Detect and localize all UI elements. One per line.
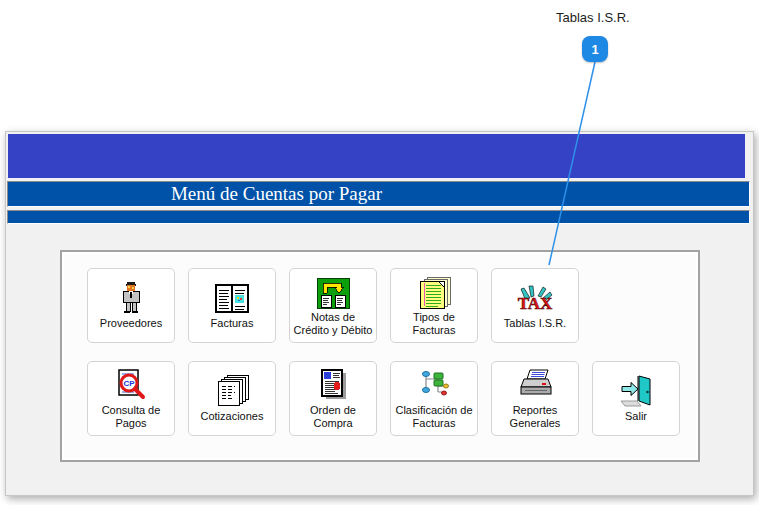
menu-button-clasificacion-facturas[interactable]: Clasificación de Facturas <box>390 361 478 436</box>
invoice-types-icon <box>416 274 452 309</box>
menu-button-consulta-pagos[interactable]: CP Consulta de Pagos <box>87 361 175 436</box>
menu-button-panel: Proveedores Facturas <box>60 250 700 462</box>
page-title: Menú de Cuentas por Pagar <box>8 182 545 206</box>
menu-button-label: Consulta de Pagos <box>90 404 172 430</box>
window-title-bar: Menú de Cuentas por Pagar <box>7 181 750 207</box>
payment-lookup-icon: CP <box>113 367 149 402</box>
reports-printer-icon <box>517 367 553 402</box>
purchase-order-icon <box>315 367 351 402</box>
invoice-classification-icon <box>416 367 452 402</box>
menu-button-proveedores[interactable]: Proveedores <box>87 268 175 343</box>
menu-button-label: Proveedores <box>100 317 162 330</box>
invoices-ledger-icon <box>214 280 250 315</box>
supplier-person-icon <box>113 280 149 315</box>
menu-button-notas-credito-debito[interactable]: Notas de Crédito y Débito <box>289 268 377 343</box>
tax-tables-icon: TAX <box>517 280 553 315</box>
annotation-label: Tablas I.S.R. <box>556 10 630 25</box>
menu-button-orden-compra[interactable]: Orden de Compra <box>289 361 377 436</box>
exit-door-icon <box>618 373 654 408</box>
svg-text:CP: CP <box>123 379 135 388</box>
menu-button-label: Tipos de Facturas <box>393 311 475 337</box>
menu-button-label: Salir <box>625 410 647 423</box>
menu-button-label: Reportes Generales <box>494 404 576 430</box>
menu-button-label: Facturas <box>211 317 254 330</box>
annotation-badge[interactable]: 1 <box>582 36 608 62</box>
quotations-icon <box>214 373 250 408</box>
menu-button-label: Clasificación de Facturas <box>393 404 475 430</box>
menu-button-tipos-facturas[interactable]: Tipos de Facturas <box>390 268 478 343</box>
menu-button-reportes-generales[interactable]: Reportes Generales <box>491 361 579 436</box>
menu-button-label: Notas de Crédito y Débito <box>292 311 374 337</box>
menu-button-tablas-isr[interactable]: TAX Tablas I.S.R. <box>491 268 579 343</box>
menu-button-facturas[interactable]: Facturas <box>188 268 276 343</box>
menu-button-label: Orden de Compra <box>292 404 374 430</box>
menu-button-label: Tablas I.S.R. <box>504 317 566 330</box>
accounts-payable-window: Menú de Cuentas por Pagar <box>5 131 754 496</box>
window-header-band <box>8 134 745 178</box>
credit-debit-notes-icon <box>316 274 350 309</box>
menu-button-salir[interactable]: Salir <box>592 361 680 436</box>
window-sub-band <box>7 210 750 224</box>
menu-button-cotizaciones[interactable]: Cotizaciones <box>188 361 276 436</box>
svg-text:TAX: TAX <box>518 294 553 313</box>
menu-button-label: Cotizaciones <box>201 410 264 423</box>
